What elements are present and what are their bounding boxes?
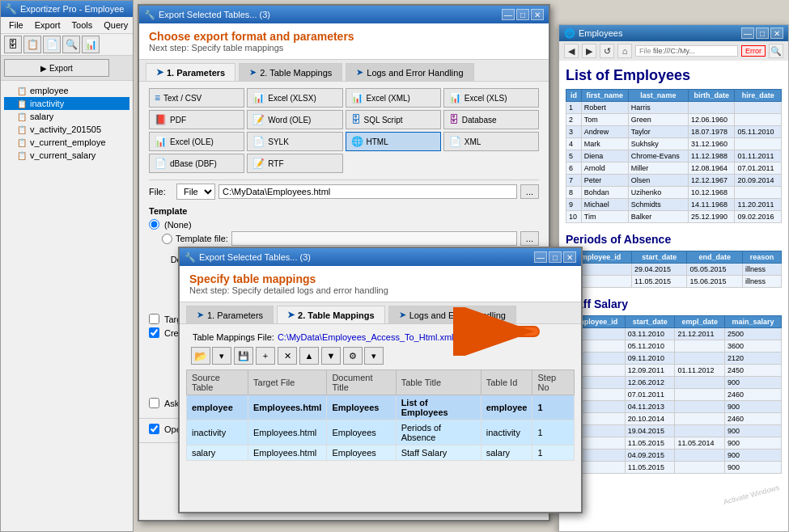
format-pdf[interactable]: 📕 PDF	[149, 110, 244, 129]
table-row-salary[interactable]: salary Employees.html Employees Staff Sa…	[187, 445, 575, 461]
fg-tab-parameters[interactable]: ➤ 1. Parameters	[186, 306, 274, 323]
dialog-bg-minimize[interactable]: —	[502, 9, 515, 20]
preview-employees-header: id first_name last_name birth_date hire_…	[566, 90, 782, 102]
save-btn[interactable]: 💾	[234, 347, 253, 365]
dialog-fg-header-subtitle: Next step: Specify detailed logs and err…	[189, 285, 571, 295]
browser-back-btn[interactable]: ◀	[564, 44, 579, 58]
open-folder-btn[interactable]: 📂	[191, 347, 210, 365]
list-item: 11.05.201511.05.2014900	[566, 437, 782, 450]
template-file-label: Template file:	[176, 234, 228, 243]
file-type-select[interactable]: File	[176, 184, 215, 200]
format-excel-xlsx[interactable]: 📊 Excel (XLSX)	[247, 88, 342, 108]
row-inactivity-step: 1	[532, 420, 575, 445]
template-label: Template	[149, 206, 539, 216]
menu-query[interactable]: Query	[99, 19, 133, 32]
menu-export[interactable]: Export	[30, 19, 66, 32]
more-btn[interactable]: ⚙	[343, 347, 363, 365]
preview-salary-header: employee_id start_date empl_date main_sa…	[566, 316, 782, 328]
format-rtf[interactable]: 📝 RTF	[247, 154, 342, 173]
tree-item-v-current-employe[interactable]: 📋 v_current_employe	[4, 136, 129, 149]
create-checkbox[interactable]	[149, 327, 159, 338]
format-database[interactable]: 🗄 Database	[443, 110, 539, 129]
browser-close[interactable]: ✕	[770, 27, 783, 39]
tab-parameters[interactable]: ➤ 1. Parameters	[146, 63, 235, 81]
tree-icon-v-current-salary: 📋	[17, 151, 27, 160]
template-file-radio[interactable]	[162, 234, 172, 244]
table-row-employee[interactable]: employee Employees.html Employees List o…	[187, 395, 575, 420]
preview-absence-header: employee_id start_date end_date reason	[566, 251, 782, 264]
more-dropdown-btn[interactable]: ▾	[364, 347, 384, 365]
format-sylk[interactable]: 📄 SYLK	[247, 132, 342, 151]
toolbar-btn-5[interactable]: 📊	[82, 36, 100, 53]
toolbar-btn-3[interactable]: 📄	[43, 36, 61, 53]
dialog-fg-close[interactable]: ✕	[563, 251, 576, 263]
fg-tab-logs[interactable]: ➤ Logs and Error Handling	[388, 306, 516, 323]
dialog-fg-minimize[interactable]: —	[534, 251, 547, 263]
toolbar-btn-4[interactable]: 🔍	[62, 36, 80, 53]
menu-file[interactable]: File	[4, 19, 28, 32]
toolbar-btn-2[interactable]: 📋	[23, 36, 41, 53]
dialog-fg-restore[interactable]: □	[549, 251, 562, 263]
preview-section3-title: Staff Salary	[566, 298, 782, 310]
toolbar-btn-1[interactable]: 🗄	[4, 36, 22, 53]
fg-tab-mappings[interactable]: ➤ 2. Table Mappings	[277, 306, 385, 323]
list-item: 04.11.2013900	[566, 401, 782, 413]
format-icon-dbase: 📄	[155, 158, 167, 169]
file-path-input[interactable]	[218, 184, 517, 199]
open-dropdown-btn[interactable]: ▾	[212, 347, 231, 365]
format-text-csv[interactable]: ≡ Text / CSV	[149, 88, 244, 108]
browser-forward-btn[interactable]: ▶	[582, 44, 596, 58]
browser-home-btn[interactable]: ⌂	[617, 44, 632, 58]
browser-refresh-btn[interactable]: ↺	[600, 44, 614, 58]
format-word-ole[interactable]: 📝 Word (OLE)	[247, 110, 342, 129]
tree-item-v-activity[interactable]: 📋 v_activity_201505	[4, 123, 129, 136]
browser-maximize[interactable]: □	[756, 27, 769, 39]
open-target-checkbox[interactable]	[149, 424, 159, 434]
col-end-date: end_date	[687, 251, 742, 264]
browser-error-badge: Error	[741, 45, 766, 57]
format-html[interactable]: 🌐 HTML	[346, 132, 441, 151]
template-file-input[interactable]	[231, 231, 517, 246]
preview-browser-window: 🌐 Employees — □ ✕ ◀ ▶ ↺ ⌂ File file:///C…	[558, 24, 789, 532]
tree-item-v-current-salary[interactable]: 📋 v_current_salary	[4, 149, 129, 162]
format-icon-db: 🗄	[449, 114, 459, 125]
move-down-btn[interactable]: ▼	[321, 347, 341, 365]
browse-button[interactable]: ...	[520, 184, 539, 199]
format-xml[interactable]: 📄 XML	[443, 132, 539, 151]
tree-item-employee[interactable]: 📋 employee	[4, 84, 129, 97]
template-none-radio[interactable]	[149, 219, 159, 230]
ask-checkbox[interactable]	[149, 398, 159, 408]
browser-search-btn[interactable]: 🔍	[769, 44, 783, 58]
export-toolbar-btn[interactable]: ▶ Export	[4, 59, 109, 77]
format-excel-ole[interactable]: 📊 Excel (OLE)	[149, 132, 244, 151]
table-row-inactivity[interactable]: inactivity Employees.html Employees Peri…	[187, 420, 575, 445]
tree-item-inactivity[interactable]: 📋 inactivity	[4, 97, 129, 110]
move-up-btn[interactable]: ▲	[299, 347, 319, 365]
menu-tools[interactable]: Tools	[67, 19, 98, 32]
row-salary-title: Staff Salary	[396, 445, 481, 461]
dialog-bg-close[interactable]: ✕	[531, 9, 544, 20]
dialog-bg-icon: 🔧	[144, 10, 155, 20]
add-row-btn[interactable]: +	[256, 347, 275, 365]
browser-minimize[interactable]: —	[741, 27, 754, 39]
sidebar-tree: 📋 employee 📋 inactivity 📋 salary 📋 v_act…	[1, 81, 133, 165]
tab-table-mappings[interactable]: ➤ 2. Table Mappings	[239, 63, 342, 81]
template-section: Template (None) Template file: ...	[149, 206, 539, 246]
format-grid: ≡ Text / CSV 📊 Excel (XLSX) 📊 Excel (XML…	[149, 88, 539, 173]
tree-item-salary[interactable]: 📋 salary	[4, 110, 129, 123]
format-sql[interactable]: 🗄 SQL Script	[346, 110, 441, 129]
app-title: Exportizer Pro - Employee	[20, 4, 124, 14]
template-browse-button[interactable]: ...	[520, 231, 539, 246]
delete-row-btn[interactable]: ✕	[278, 347, 297, 365]
dialog-bg-restore[interactable]: □	[516, 9, 529, 20]
browser-title: Employees	[579, 28, 622, 38]
dialog-fg-content: Table Mappings File: C:\MyData\Employees…	[180, 324, 581, 466]
target-checkbox[interactable]	[149, 314, 159, 324]
list-item: 2TomGreen12.06.1960	[566, 114, 782, 126]
list-item: 3AndrewTaylor18.07.197805.11.2010	[566, 126, 782, 138]
format-excel-xls[interactable]: 📊 Excel (XLS)	[443, 88, 539, 108]
format-dbase[interactable]: 📄 dBase (DBF)	[149, 154, 244, 173]
tab-logs[interactable]: ➤ Logs and Error Handling	[346, 63, 473, 81]
list-item: 307.01.20112460	[566, 389, 782, 401]
format-excel-xml[interactable]: 📊 Excel (XML)	[346, 88, 441, 108]
